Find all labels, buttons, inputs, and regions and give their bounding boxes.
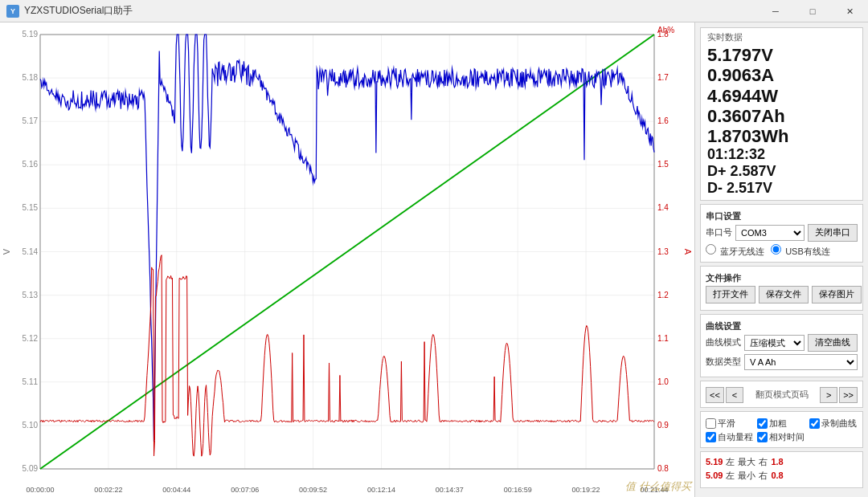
title-bar: Y YZXSTUDIOSerial口助手 ─ □ ✕ bbox=[0, 0, 868, 22]
port-select[interactable]: COM3 bbox=[735, 225, 805, 241]
rt-dminus: D- 2.517V bbox=[707, 180, 856, 197]
data-type-row: 数据类型 V A Ah V A Wh V A W bbox=[706, 354, 858, 370]
options-section: 平滑 加粗 录制曲线 自动量程 相对时间 bbox=[700, 411, 863, 448]
max-left-label: 左 bbox=[726, 456, 735, 468]
min-right-label: 右 bbox=[759, 470, 768, 482]
chart-area: 值 什么值得买 bbox=[0, 22, 695, 497]
curve-settings-section: 曲线设置 曲线模式 压缩模式 实时模式 清空曲线 数据类型 V A Ah V A… bbox=[700, 314, 863, 377]
chart-canvas bbox=[0, 22, 694, 497]
file-ops-section: 文件操作 打开文件 保存文件 保存图片 bbox=[700, 266, 863, 311]
open-file-button[interactable]: 打开文件 bbox=[706, 286, 755, 303]
addrate-option[interactable]: 加粗 bbox=[757, 418, 805, 430]
max-range-row: 5.19 左 最大 右 1.8 bbox=[706, 456, 858, 468]
first-page-button[interactable]: << bbox=[706, 387, 724, 403]
rt-charge: 0.3607Ah bbox=[707, 106, 856, 126]
save-image-button[interactable]: 保存图片 bbox=[812, 286, 862, 303]
max-left-val: 5.19 bbox=[706, 457, 723, 466]
autorange-checkbox[interactable] bbox=[706, 432, 716, 442]
addrate-checkbox[interactable] bbox=[757, 418, 768, 429]
min-range-row: 5.09 左 最小 右 0.8 bbox=[706, 470, 858, 482]
rt-current: 0.9063A bbox=[707, 65, 856, 85]
usb-radio[interactable] bbox=[771, 244, 781, 255]
minimize-button[interactable]: ─ bbox=[757, 0, 794, 22]
relativetime-checkbox[interactable] bbox=[757, 432, 768, 442]
next-page-button[interactable]: > bbox=[820, 387, 837, 403]
record-option[interactable]: 录制曲线 bbox=[809, 418, 858, 430]
max-right-val: 1.8 bbox=[771, 457, 783, 466]
rt-voltage: 5.1797V bbox=[707, 45, 856, 65]
clear-curve-button[interactable]: 清空曲线 bbox=[808, 334, 858, 352]
realtime-section: 实时数据 5.1797V 0.9063A 4.6944W 0.3607Ah 1.… bbox=[700, 27, 863, 201]
port-row: 串口号 COM3 关闭串口 bbox=[706, 224, 858, 242]
connection-type-row: 蓝牙无线连 USB有线连 bbox=[706, 244, 858, 258]
bluetooth-radio[interactable] bbox=[706, 244, 716, 255]
curve-mode-row: 曲线模式 压缩模式 实时模式 清空曲线 bbox=[706, 334, 858, 352]
port-label: 串口号 bbox=[706, 226, 732, 238]
curve-mode-select[interactable]: 压缩模式 实时模式 bbox=[744, 335, 805, 351]
max-label: 最大 bbox=[738, 456, 755, 468]
watermark: 值 什么值得买 bbox=[625, 479, 691, 494]
min-label: 最小 bbox=[738, 470, 755, 482]
data-type-select[interactable]: V A Ah V A Wh V A W bbox=[744, 354, 858, 370]
min-right-val: 0.8 bbox=[771, 471, 783, 480]
pagination-row: << < 翻页模式页码 > >> bbox=[706, 387, 858, 403]
options-grid: 平滑 加粗 录制曲线 自动量程 相对时间 bbox=[706, 418, 858, 443]
right-panel: 实时数据 5.1797V 0.9063A 4.6944W 0.3607Ah 1.… bbox=[695, 22, 868, 497]
file-ops-title: 文件操作 bbox=[706, 272, 858, 284]
smooth-checkbox[interactable] bbox=[706, 418, 716, 429]
file-buttons-row: 打开文件 保存文件 保存图片 bbox=[706, 286, 858, 303]
min-left-val: 5.09 bbox=[706, 471, 723, 480]
min-left-label: 左 bbox=[726, 470, 735, 482]
relativetime-option[interactable]: 相对时间 bbox=[757, 431, 805, 443]
window-controls: ─ □ ✕ bbox=[757, 0, 868, 22]
close-button[interactable]: ✕ bbox=[831, 0, 868, 22]
curve-settings-title: 曲线设置 bbox=[706, 320, 858, 332]
prev-page-button[interactable]: < bbox=[726, 387, 743, 403]
main-layout: 值 什么值得买 实时数据 5.1797V 0.9063A 4.6944W 0.3… bbox=[0, 22, 868, 497]
record-checkbox[interactable] bbox=[809, 418, 820, 429]
app-title: YZXSTUDIOSerial口助手 bbox=[24, 4, 133, 18]
curve-mode-label: 曲线模式 bbox=[706, 336, 741, 348]
max-right-label: 右 bbox=[759, 456, 768, 468]
rt-energy: 1.8703Wh bbox=[707, 126, 856, 146]
maximize-button[interactable]: □ bbox=[794, 0, 831, 22]
page-label: 翻页模式页码 bbox=[745, 389, 818, 401]
bluetooth-radio-label[interactable]: 蓝牙无线连 bbox=[706, 244, 764, 258]
rt-power: 4.6944W bbox=[707, 86, 856, 106]
data-type-label: 数据类型 bbox=[706, 356, 741, 368]
app-icon: Y bbox=[6, 5, 19, 18]
serial-port-title: 串口设置 bbox=[706, 210, 858, 222]
usb-radio-label[interactable]: USB有线连 bbox=[771, 244, 830, 258]
axis-range-section: 5.19 左 最大 右 1.8 5.09 左 最小 右 0.8 bbox=[700, 451, 863, 488]
serial-port-section: 串口设置 串口号 COM3 关闭串口 蓝牙无线连 USB有线连 bbox=[700, 204, 863, 263]
last-page-button[interactable]: >> bbox=[839, 387, 858, 403]
pagination-section: << < 翻页模式页码 > >> bbox=[700, 381, 863, 408]
rt-time: 01:12:32 bbox=[707, 146, 856, 163]
smooth-option[interactable]: 平滑 bbox=[706, 418, 754, 430]
save-file-button[interactable]: 保存文件 bbox=[759, 286, 809, 303]
realtime-label: 实时数据 bbox=[707, 31, 856, 43]
close-port-button[interactable]: 关闭串口 bbox=[808, 224, 858, 242]
rt-dplus: D+ 2.587V bbox=[707, 163, 856, 180]
autorange-option[interactable]: 自动量程 bbox=[706, 431, 754, 443]
